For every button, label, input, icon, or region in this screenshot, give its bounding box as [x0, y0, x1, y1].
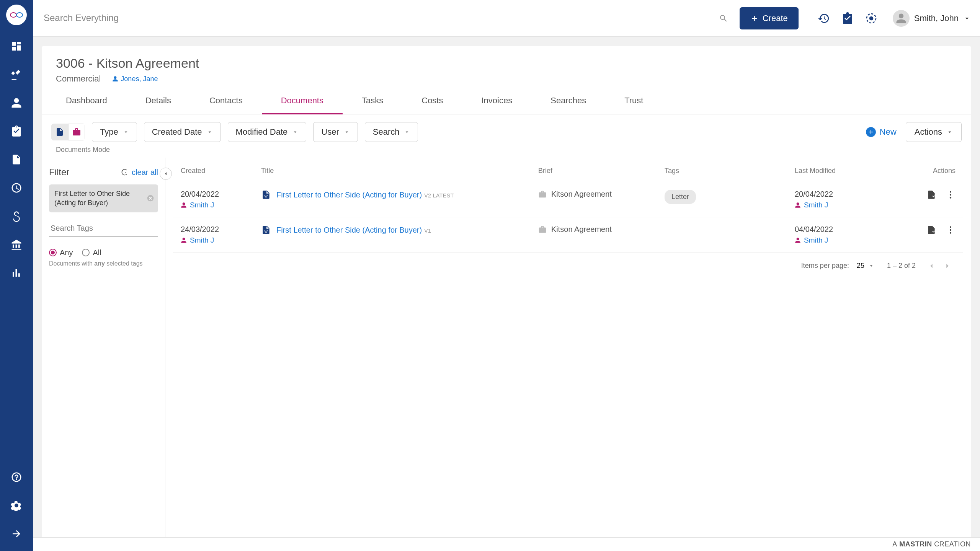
- footer: A MASTRIN CREATION: [33, 537, 980, 551]
- gavel-icon[interactable]: [11, 69, 22, 80]
- gear-icon[interactable]: [11, 500, 22, 511]
- toolbar: Type Created Date Modified Date User Sea…: [42, 114, 971, 144]
- created-user-link[interactable]: Smith J: [181, 201, 261, 209]
- side-nav: [0, 0, 33, 551]
- svg-point-10: [950, 226, 951, 228]
- tab-details[interactable]: Details: [126, 87, 190, 114]
- arrow-right-icon[interactable]: [11, 528, 22, 540]
- tab-tasks[interactable]: Tasks: [343, 87, 402, 114]
- remove-chip-icon[interactable]: [147, 194, 154, 202]
- col-tags[interactable]: Tags: [665, 167, 795, 175]
- help-icon[interactable]: [11, 471, 22, 483]
- doc-word-icon: W: [261, 225, 271, 235]
- mode-label: Documents Mode: [42, 144, 971, 158]
- dollar-icon[interactable]: [11, 210, 22, 222]
- edit-doc-icon[interactable]: [926, 225, 936, 235]
- tab-dashboard[interactable]: Dashboard: [47, 87, 126, 114]
- svg-point-6: [950, 191, 951, 192]
- table-row: 20/04/2022 Smith J W First Letter to Oth…: [173, 182, 963, 217]
- modified-user-link[interactable]: Smith J: [795, 236, 902, 245]
- tab-contacts[interactable]: Contacts: [190, 87, 262, 114]
- create-button[interactable]: Create: [740, 7, 799, 29]
- svg-point-3: [869, 16, 873, 20]
- filter-chip: First Letter to Other Side (Acting for B…: [49, 184, 158, 212]
- search-icon[interactable]: [719, 14, 728, 23]
- doc-title-link[interactable]: First Letter to Other Side (Acting for B…: [276, 191, 454, 199]
- create-label: Create: [763, 13, 788, 23]
- col-modified[interactable]: Last Modified: [795, 167, 902, 175]
- tab-searches[interactable]: Searches: [531, 87, 605, 114]
- radio-all[interactable]: All: [82, 248, 101, 257]
- matter-assigned-user[interactable]: Jones, Jane: [112, 75, 158, 83]
- more-vert-icon[interactable]: [946, 225, 956, 235]
- modified-user-link[interactable]: Smith J: [795, 201, 902, 209]
- tag-search-input[interactable]: [49, 220, 158, 237]
- tab-documents[interactable]: Documents: [262, 87, 343, 114]
- filter-hint: Documents with any selected tags: [49, 260, 158, 267]
- briefcase-icon: [538, 225, 547, 234]
- doc-title-link[interactable]: First Letter to Other Side (Acting for B…: [276, 226, 431, 235]
- matter-category: Commercial: [56, 74, 101, 84]
- history-icon[interactable]: [818, 12, 830, 24]
- filter-created-date[interactable]: Created Date: [144, 122, 221, 142]
- collapse-filter-button[interactable]: [160, 168, 172, 180]
- paginator: Items per page: 25 1 – 2 of 2: [173, 253, 963, 279]
- top-bar: Create Smith, John: [33, 0, 980, 37]
- user-name: Smith, John: [914, 13, 959, 23]
- filter-type[interactable]: Type: [92, 122, 137, 142]
- svg-text:W: W: [265, 230, 268, 233]
- avatar: [893, 10, 910, 27]
- page-range: 1 – 2 of 2: [887, 262, 916, 270]
- app-logo[interactable]: [6, 5, 27, 25]
- created-user-link[interactable]: Smith J: [181, 236, 261, 245]
- col-actions: Actions: [902, 167, 956, 175]
- chart-bar-icon[interactable]: [11, 267, 22, 279]
- briefcase-icon: [538, 190, 547, 199]
- col-created[interactable]: Created: [181, 167, 261, 175]
- sync-icon[interactable]: [865, 12, 877, 24]
- page-next-icon[interactable]: [943, 262, 952, 270]
- clipboard-check-icon[interactable]: [11, 126, 22, 137]
- svg-point-1: [16, 13, 23, 17]
- new-button[interactable]: New: [866, 127, 897, 137]
- filter-panel: Filter clear all First Letter to Other S…: [42, 158, 165, 537]
- radio-any[interactable]: Any: [49, 248, 73, 257]
- svg-point-7: [950, 194, 951, 196]
- svg-point-12: [950, 232, 951, 233]
- tab-costs[interactable]: Costs: [402, 87, 462, 114]
- task-check-icon[interactable]: [841, 12, 854, 24]
- document-icon[interactable]: [11, 154, 22, 165]
- svg-text:W: W: [265, 194, 268, 198]
- page-prev-icon[interactable]: [927, 262, 936, 270]
- page-size-select[interactable]: 25: [854, 260, 875, 271]
- tag-pill[interactable]: Letter: [665, 190, 696, 204]
- dashboard-icon[interactable]: [11, 41, 22, 52]
- chevron-down-icon: [963, 15, 971, 22]
- view-briefs-button[interactable]: [68, 124, 85, 140]
- table-header: Created Title Brief Tags Last Modified A…: [173, 158, 963, 182]
- svg-point-8: [950, 197, 951, 198]
- filter-modified-date[interactable]: Modified Date: [228, 122, 307, 142]
- tabs: Dashboard Details Contacts Documents Tas…: [42, 87, 971, 114]
- svg-point-0: [10, 13, 16, 17]
- clock-icon[interactable]: [11, 182, 22, 194]
- col-title[interactable]: Title: [261, 167, 538, 175]
- filter-search[interactable]: Search: [365, 122, 418, 142]
- more-vert-icon[interactable]: [946, 190, 956, 200]
- documents-table: Created Title Brief Tags Last Modified A…: [165, 158, 971, 537]
- col-brief[interactable]: Brief: [538, 167, 665, 175]
- filter-user[interactable]: User: [313, 122, 358, 142]
- person-icon[interactable]: [11, 97, 22, 109]
- bank-icon[interactable]: [11, 239, 22, 250]
- user-menu[interactable]: Smith, John: [893, 10, 971, 27]
- edit-doc-icon[interactable]: [926, 190, 936, 200]
- search-input[interactable]: [42, 7, 732, 29]
- tab-invoices[interactable]: Invoices: [462, 87, 532, 114]
- clear-all-button[interactable]: clear all: [121, 168, 158, 177]
- doc-word-icon: W: [261, 190, 271, 200]
- tab-trust[interactable]: Trust: [605, 87, 662, 114]
- actions-button[interactable]: Actions: [906, 122, 962, 142]
- svg-point-11: [950, 229, 951, 231]
- items-per-page-label: Items per page:: [801, 262, 849, 270]
- view-documents-button[interactable]: [51, 124, 68, 140]
